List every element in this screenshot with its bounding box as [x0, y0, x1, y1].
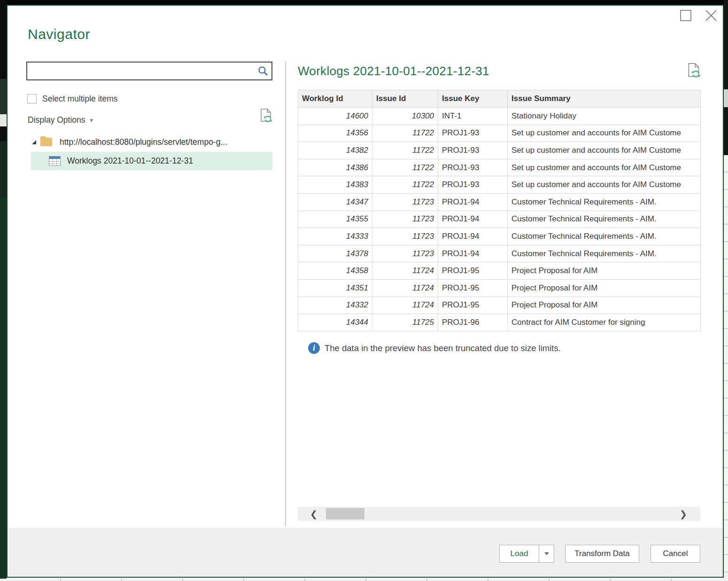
table-row: 1438311722PROJ1-93Set up customer and ac…: [298, 176, 701, 194]
chevron-down-icon: ▾: [90, 117, 93, 124]
table-cell: 11722: [372, 159, 438, 176]
info-icon: i: [308, 342, 320, 354]
cancel-button[interactable]: Cancel: [651, 545, 700, 563]
table-cell: PROJ1-95: [438, 279, 508, 297]
table-cell: 11723: [372, 228, 438, 245]
table-cell: INT-1: [438, 108, 508, 125]
search-icon[interactable]: [257, 65, 269, 77]
table-cell: 11722: [372, 125, 438, 142]
table-cell: 11725: [372, 314, 438, 331]
horizontal-scrollbar[interactable]: ❮ ❯: [298, 507, 700, 521]
table-row: 1437811723PROJ1-94Customer Technical Req…: [298, 245, 701, 262]
table-cell: 14355: [298, 211, 372, 228]
preview-title: Worklogs 2021-10-01--2021-12-31: [298, 64, 489, 79]
table-cell: Set up customer and accounts for AIM Cus…: [508, 176, 701, 194]
panel-divider: [285, 61, 286, 526]
table-cell: PROJ1-93: [438, 125, 508, 142]
table-row: 1438611722PROJ1-93Set up customer and ac…: [298, 159, 701, 176]
background-fragment: [0, 197, 7, 581]
background-app-left: [0, 0, 7, 581]
transform-data-button[interactable]: Transform Data: [565, 545, 639, 563]
table-row: 1435111724PROJ1-95Project Proposal for A…: [298, 279, 701, 297]
load-button[interactable]: Load: [499, 545, 539, 563]
table-cell: 11722: [372, 176, 438, 194]
scroll-right-icon[interactable]: ❯: [680, 507, 687, 521]
tree-item-label: Worklogs 2021-10-01--2021-12-31: [67, 156, 193, 166]
preview-table: Worklog IdIssue IdIssue KeyIssue Summary…: [298, 90, 701, 331]
background-fragment: [724, 89, 728, 107]
chevron-down-icon: [544, 552, 549, 555]
table-cell: PROJ1-94: [438, 211, 508, 228]
background-fragment: [0, 141, 7, 197]
table-cell: 14347: [298, 193, 372, 211]
tree-item-worklogs[interactable]: Worklogs 2021-10-01--2021-12-31: [31, 152, 272, 170]
table-cell: Project Proposal for AIM: [508, 262, 701, 280]
table-cell: Set up customer and accounts for AIM Cus…: [508, 159, 701, 176]
background-spreadsheet-sliver: [724, 155, 728, 581]
table-cell: 14358: [298, 262, 372, 280]
refresh-tree-icon[interactable]: [258, 108, 273, 124]
table-cell: 14332: [298, 297, 372, 314]
display-options-label: Display Options: [28, 115, 85, 125]
table-cell: Customer Technical Requirements - AIM.: [508, 193, 701, 211]
table-header-row: Worklog IdIssue IdIssue KeyIssue Summary: [298, 90, 701, 108]
table-cell: 14383: [298, 176, 372, 194]
close-icon[interactable]: [703, 8, 719, 24]
table-cell: 14351: [298, 279, 372, 297]
background-fragment: [0, 79, 7, 114]
page-title: Navigator: [28, 26, 90, 42]
maximize-icon[interactable]: [680, 10, 691, 21]
table-cell: PROJ1-94: [438, 245, 508, 262]
column-header: Issue Summary: [508, 90, 701, 108]
table-cell: Customer Technical Requirements - AIM.: [508, 245, 701, 262]
background-fragment: [0, 114, 7, 126]
table-cell: PROJ1-94: [438, 193, 508, 211]
table-cell: Set up customer and accounts for AIM Cus…: [508, 125, 701, 142]
background-app-right: [724, 0, 728, 581]
table-cell: Set up customer and accounts for AIM Cus…: [508, 142, 701, 159]
select-multiple-row: Select multiple items: [27, 93, 117, 104]
tree-expand-icon[interactable]: [32, 140, 36, 144]
table-cell: Project Proposal for AIM: [508, 279, 701, 297]
table-row: 1435511723PROJ1-94Customer Technical Req…: [298, 211, 701, 228]
table-row: 1433211724PROJ1-95Project Proposal for A…: [298, 297, 701, 314]
load-dropdown-button[interactable]: [539, 545, 554, 563]
display-options-dropdown[interactable]: Display Options ▾: [28, 113, 93, 127]
table-cell: PROJ1-93: [438, 142, 508, 159]
table-cell: PROJ1-94: [438, 228, 508, 245]
table-row: 1433311723PROJ1-94Customer Technical Req…: [298, 228, 701, 245]
table-row: 1434411725PROJ1-96Contract for AIM Custo…: [298, 314, 701, 331]
table-cell: Customer Technical Requirements - AIM.: [508, 228, 701, 245]
column-header: Issue Id: [372, 90, 438, 108]
navigator-dialog: Navigator Select multiple items Display …: [7, 5, 724, 578]
table-cell: 11723: [372, 193, 438, 211]
dialog-footer: Load Transform Data Cancel: [8, 528, 723, 577]
refresh-preview-icon[interactable]: [686, 62, 702, 79]
table-cell: PROJ1-96: [438, 314, 508, 331]
table-row: 1460010300INT-1Stationary Holiday: [298, 108, 701, 125]
table-cell: 11724: [372, 262, 438, 280]
scroll-left-icon[interactable]: ❮: [310, 507, 318, 521]
tree-root-node[interactable]: http://localhost:8080/plugins/servlet/te…: [32, 134, 227, 149]
select-multiple-label: Select multiple items: [42, 94, 117, 104]
table-row: 1435811724PROJ1-95Project Proposal for A…: [298, 262, 701, 280]
info-message-row: i The data in the preview has been trunc…: [308, 342, 561, 354]
table-row: 1438211722PROJ1-93Set up customer and ac…: [298, 142, 701, 159]
info-message: The data in the preview has been truncat…: [325, 343, 561, 353]
search-box: [26, 62, 272, 80]
folder-icon: [40, 138, 52, 146]
table-cell: PROJ1-95: [438, 297, 508, 314]
table-cell: 11723: [372, 211, 438, 228]
table-cell: 14600: [298, 108, 372, 125]
table-cell: 10300: [372, 108, 438, 125]
select-multiple-checkbox[interactable]: [27, 94, 37, 103]
table-cell: Project Proposal for AIM: [508, 297, 701, 314]
background-app-top: [0, 0, 728, 5]
table-cell: 14333: [298, 228, 372, 245]
table-cell: 14382: [298, 142, 372, 159]
search-input[interactable]: [30, 63, 253, 79]
table-cell: 11724: [372, 279, 438, 297]
table-cell: 11722: [372, 142, 438, 159]
scrollbar-thumb[interactable]: [326, 508, 364, 519]
table-row: 1434711723PROJ1-94Customer Technical Req…: [298, 193, 701, 211]
